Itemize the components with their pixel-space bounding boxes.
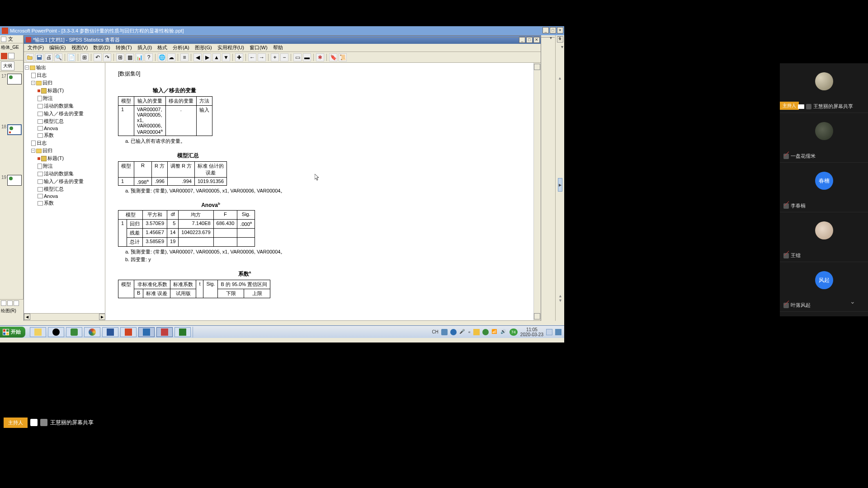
- tree-vars-entered[interactable]: 输入／移去的变量: [44, 110, 84, 117]
- task-wechat[interactable]: [66, 327, 82, 337]
- print-icon[interactable]: 🖨: [45, 53, 53, 61]
- tray-expand-icon[interactable]: «: [468, 330, 471, 334]
- participant-4[interactable]: 王镭: [780, 212, 868, 262]
- show-icon[interactable]: ▭: [293, 53, 302, 61]
- tray-wifi-icon[interactable]: 📶: [491, 329, 498, 335]
- select-icon[interactable]: ▦: [126, 53, 134, 61]
- expand-icon[interactable]: ✚: [235, 53, 243, 61]
- scroll-thumb[interactable]: [534, 64, 540, 70]
- tree-regression[interactable]: 回归: [42, 80, 52, 86]
- export-icon[interactable]: 📄: [67, 53, 75, 61]
- back-icon[interactable]: ←: [248, 53, 256, 61]
- tree-notes-2[interactable]: 附注: [43, 163, 53, 169]
- tree-anova-2[interactable]: Anova: [44, 193, 58, 199]
- tree-coefficients[interactable]: 系数: [44, 132, 54, 139]
- maximize-button[interactable]: □: [550, 27, 556, 33]
- pdf-icon[interactable]: [1, 53, 7, 59]
- menu-transform[interactable]: 转换(T): [114, 44, 134, 52]
- scroll-down-icon[interactable]: [534, 313, 540, 319]
- screen-share-icon[interactable]: [30, 419, 38, 426]
- expand-icon[interactable]: −: [31, 81, 35, 85]
- slide-thumb-17[interactable]: 17: [1, 74, 22, 84]
- sorter-view-icon[interactable]: [7, 300, 13, 306]
- indent-icon[interactable]: ≡: [180, 53, 189, 61]
- globe-icon[interactable]: 🌐: [158, 53, 166, 61]
- chevron-down-icon[interactable]: ⌄: [850, 298, 859, 307]
- forward-icon[interactable]: →: [258, 53, 266, 61]
- tray-help-icon[interactable]: [450, 329, 457, 335]
- task-meeting[interactable]: [138, 327, 155, 337]
- doc-icon[interactable]: [8, 53, 14, 59]
- outline-tab[interactable]: 大纲: [1, 61, 14, 70]
- mic-icon[interactable]: [40, 419, 47, 426]
- scroll-right-icon[interactable]: ▶: [99, 314, 105, 320]
- undo-icon[interactable]: ↶: [94, 53, 102, 61]
- participant-2[interactable]: 一盘花儒米: [780, 113, 868, 163]
- dialog-icon[interactable]: ⊞: [80, 53, 89, 61]
- task-explorer[interactable]: [30, 327, 46, 337]
- menu-view[interactable]: 视图(V): [70, 44, 90, 52]
- output-content[interactable]: [数据集0] 输入／移去的变量 模型 输入的变量 移去的变量 方法 1 VAR0…: [105, 63, 541, 320]
- tree-log-2[interactable]: 日志: [37, 140, 47, 146]
- tray-mic-icon[interactable]: 🎤: [459, 329, 466, 335]
- tree-model-summary-2[interactable]: 模型汇总: [44, 186, 64, 192]
- tree-h-scrollbar[interactable]: ◀ ▶: [24, 313, 105, 320]
- menu-format[interactable]: 格式: [156, 44, 169, 52]
- tree-active-dataset-2[interactable]: 活动的数据集: [44, 170, 74, 177]
- participant-5[interactable]: 风起 叶落风起 ⌄: [780, 262, 868, 312]
- tray-battery-icon[interactable]: 74: [509, 328, 518, 336]
- doc-min-icon[interactable]: ▾: [550, 35, 556, 42]
- bookmark-icon[interactable]: 🔖: [329, 53, 337, 61]
- tree-vars-entered-2[interactable]: 输入／移去的变量: [44, 178, 84, 185]
- slide-thumb-19[interactable]: 19: [1, 175, 22, 186]
- promote-icon[interactable]: ◀: [193, 53, 202, 61]
- tree-log[interactable]: 日志: [37, 72, 47, 79]
- slide-thumb-18[interactable]: 18: [1, 124, 22, 135]
- menu-window[interactable]: 窗口(W): [248, 44, 269, 52]
- up-icon[interactable]: ▲: [212, 53, 221, 61]
- collapse-pane-icon[interactable]: ▶: [558, 178, 562, 192]
- ppt-file-menu[interactable]: 文: [8, 36, 13, 42]
- script-icon[interactable]: 📜: [339, 53, 347, 61]
- plus-icon[interactable]: +: [271, 53, 279, 61]
- expand-icon[interactable]: −: [31, 149, 35, 153]
- preview-icon[interactable]: 🔍: [54, 53, 62, 61]
- spss-close-button[interactable]: ✕: [533, 37, 540, 43]
- open-icon[interactable]: [26, 53, 34, 61]
- tree-notes[interactable]: 附注: [43, 95, 53, 102]
- demote-icon[interactable]: ▶: [203, 53, 211, 61]
- tray-clock[interactable]: 11:05 2020-03-23: [520, 327, 543, 337]
- help-icon[interactable]: ?: [145, 53, 153, 61]
- tree-title-2[interactable]: 标题(T): [47, 155, 64, 162]
- tray-360-icon[interactable]: [482, 329, 489, 335]
- down-icon[interactable]: ▼: [222, 53, 230, 61]
- doc-close-icon[interactable]: ✕: [558, 35, 564, 42]
- normal-view-icon[interactable]: [1, 300, 6, 306]
- tree-coefficients-2[interactable]: 系数: [44, 200, 54, 206]
- menu-edit[interactable]: 编辑(E): [47, 44, 68, 52]
- ime-indicator[interactable]: CH: [432, 329, 438, 334]
- minus-icon[interactable]: −: [280, 53, 288, 61]
- close-button[interactable]: ✕: [557, 27, 563, 33]
- spss-maximize-button[interactable]: □: [526, 37, 533, 43]
- task-word[interactable]: [102, 327, 118, 337]
- menu-file[interactable]: 文件(F): [26, 44, 46, 52]
- tree-model-summary[interactable]: 模型汇总: [44, 118, 64, 125]
- slideshow-icon[interactable]: [14, 300, 19, 306]
- task-excel[interactable]: [175, 327, 191, 337]
- tray-desktop-icon[interactable]: [546, 329, 552, 335]
- participant-3[interactable]: 春楠 李春楠: [780, 163, 868, 212]
- spss-minimize-button[interactable]: _: [519, 37, 525, 43]
- goto-icon[interactable]: ⊞: [116, 53, 124, 61]
- menu-analyze[interactable]: 分析(A): [171, 44, 191, 52]
- tree-output[interactable]: 输出: [36, 64, 46, 71]
- tray-a-icon[interactable]: [441, 329, 448, 335]
- task-powerpoint[interactable]: [120, 327, 137, 337]
- designate-icon[interactable]: ✱: [316, 53, 324, 61]
- ppt-tool-icon[interactable]: [1, 37, 6, 42]
- content-v-scrollbar[interactable]: [533, 63, 541, 320]
- task-spss[interactable]: [156, 327, 173, 337]
- scroll-left-icon[interactable]: ◀: [24, 314, 30, 320]
- tray-shield-icon[interactable]: [473, 329, 480, 335]
- task-browser[interactable]: [84, 327, 100, 337]
